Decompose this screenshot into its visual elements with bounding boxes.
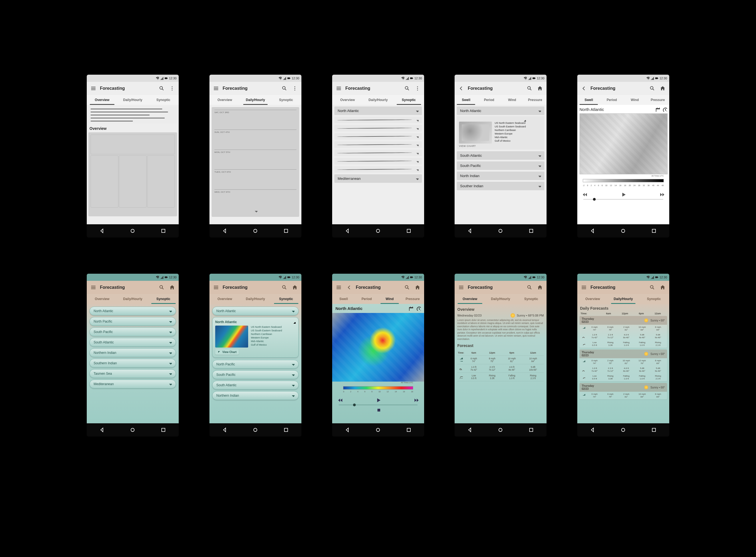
tab-daily[interactable]: Daily/Hourly bbox=[363, 95, 394, 105]
nav-recent-icon[interactable] bbox=[529, 428, 534, 432]
region-pill[interactable]: Mediteranean bbox=[89, 380, 176, 388]
nav-back-icon[interactable] bbox=[100, 428, 105, 432]
search-icon[interactable] bbox=[526, 85, 533, 92]
nav-recent-icon[interactable] bbox=[651, 428, 656, 432]
tab-wind[interactable]: Wind bbox=[623, 95, 646, 105]
day-row[interactable]: SAT, OCT 3RD bbox=[214, 110, 296, 129]
region-pill[interactable]: North Atlantic bbox=[89, 306, 176, 316]
search-icon[interactable] bbox=[648, 284, 656, 291]
region-header[interactable]: South Atlantic bbox=[457, 151, 544, 160]
tab-wind[interactable]: Wind bbox=[501, 95, 524, 105]
nav-home-icon[interactable] bbox=[498, 228, 503, 233]
home-icon[interactable] bbox=[536, 284, 544, 291]
region-pill[interactable]: Southern Indian bbox=[89, 359, 176, 368]
region-pill[interactable]: Tasmen Sea bbox=[89, 369, 176, 378]
expand-icon[interactable] bbox=[214, 209, 296, 214]
home-icon[interactable] bbox=[168, 284, 176, 291]
subregion-row[interactable] bbox=[335, 133, 422, 140]
day-card-header[interactable]: Thursday02/23Sunny • 68° bbox=[580, 383, 667, 392]
day-row[interactable]: MON, OCT 5TH bbox=[214, 150, 296, 169]
menu-icon[interactable] bbox=[89, 284, 97, 291]
calendar-icon[interactable] bbox=[656, 107, 660, 112]
region-header[interactable]: Mediterranean bbox=[335, 174, 422, 183]
more-icon[interactable] bbox=[168, 85, 176, 92]
tab-pressure[interactable]: Pressure bbox=[646, 95, 669, 105]
fast-forward-icon[interactable] bbox=[414, 398, 418, 403]
subregion-row[interactable] bbox=[335, 117, 422, 123]
nav-home-icon[interactable] bbox=[376, 228, 380, 233]
day-row[interactable]: TUES, OCT 6TH bbox=[214, 169, 296, 189]
menu-icon[interactable] bbox=[580, 284, 588, 291]
nav-recent-icon[interactable] bbox=[161, 428, 166, 432]
nav-recent-icon[interactable] bbox=[406, 228, 411, 233]
day-list[interactable]: SAT, OCT 3RD SUN, OCT 4TH MON, OCT 5TH T… bbox=[212, 107, 299, 217]
nav-back-icon[interactable] bbox=[590, 428, 595, 432]
tab-overview[interactable]: Overview bbox=[87, 95, 117, 105]
menu-icon[interactable] bbox=[89, 85, 97, 92]
chevron-up-icon[interactable] bbox=[292, 320, 296, 324]
nav-recent-icon[interactable] bbox=[651, 228, 656, 233]
play-icon[interactable] bbox=[621, 192, 626, 197]
tab-swell[interactable]: Swell bbox=[577, 95, 600, 105]
subregion-link[interactable]: Western Europe bbox=[251, 336, 282, 339]
subregion-link[interactable]: Northern Carribean bbox=[251, 333, 282, 335]
nav-home-icon[interactable] bbox=[621, 228, 626, 233]
nav-home-icon[interactable] bbox=[498, 428, 503, 432]
subregion-link[interactable]: US South Eastern Seaboard bbox=[251, 329, 282, 332]
tab-daily[interactable]: Daily/Hourly bbox=[240, 95, 271, 105]
tab-swell[interactable]: Swell bbox=[332, 294, 355, 304]
region-pill[interactable]: South Pacific bbox=[212, 370, 299, 379]
nav-home-icon[interactable] bbox=[376, 428, 380, 432]
nav-recent-icon[interactable] bbox=[284, 428, 289, 432]
region-pill[interactable]: Northern Indian bbox=[212, 391, 299, 400]
nav-recent-icon[interactable] bbox=[406, 428, 411, 432]
nav-back-icon[interactable] bbox=[590, 228, 595, 233]
search-icon[interactable] bbox=[158, 85, 166, 92]
clock-icon[interactable] bbox=[416, 306, 421, 311]
nav-recent-icon[interactable] bbox=[529, 228, 534, 233]
tab-overview[interactable]: Overview bbox=[209, 95, 240, 105]
region-header[interactable]: North Atlantic bbox=[335, 107, 422, 115]
subregion-row[interactable] bbox=[335, 158, 422, 165]
nav-back-icon[interactable] bbox=[467, 228, 472, 233]
tab-overview[interactable]: Overview bbox=[87, 294, 117, 304]
home-icon[interactable] bbox=[536, 85, 544, 92]
nav-recent-icon[interactable] bbox=[284, 228, 289, 233]
tab-synoptic[interactable]: Synoptic bbox=[271, 95, 301, 105]
tab-daily[interactable]: Daily/Hourly bbox=[608, 294, 639, 304]
region-pill[interactable]: North Pacific bbox=[212, 360, 299, 369]
search-icon[interactable] bbox=[281, 85, 288, 92]
tab-period[interactable]: Period bbox=[478, 95, 501, 105]
region-header[interactable]: Souther Indian bbox=[457, 182, 544, 190]
tab-overview[interactable]: Overview bbox=[332, 95, 363, 105]
tab-swell[interactable]: Swell bbox=[455, 95, 478, 105]
tab-synoptic[interactable]: Synoptic bbox=[639, 294, 669, 304]
tab-daily[interactable]: Daily/Hourly bbox=[240, 294, 271, 304]
tab-overview[interactable]: Overview bbox=[209, 294, 240, 304]
tab-period[interactable]: Period bbox=[355, 294, 378, 304]
search-icon[interactable] bbox=[403, 284, 411, 291]
search-icon[interactable] bbox=[526, 284, 533, 291]
subregion-row[interactable] bbox=[335, 150, 422, 156]
nav-back-icon[interactable] bbox=[100, 228, 105, 233]
region-pill[interactable]: South Atlantic bbox=[212, 381, 299, 389]
subregion-link[interactable]: US North Eastern Seaboard bbox=[251, 326, 282, 328]
tab-daily[interactable]: Daily/Hourly bbox=[117, 294, 148, 304]
tab-wind[interactable]: Wind bbox=[378, 294, 401, 304]
home-icon[interactable] bbox=[659, 284, 667, 291]
subregion-row[interactable] bbox=[335, 141, 422, 148]
player-track[interactable] bbox=[583, 199, 663, 200]
wind-heatmap[interactable] bbox=[332, 313, 424, 382]
subregion-link[interactable]: Mid-Atlantic bbox=[495, 136, 526, 139]
menu-icon[interactable] bbox=[212, 85, 220, 92]
tab-daily[interactable]: Daily/Hourly bbox=[117, 95, 148, 105]
back-icon[interactable] bbox=[457, 85, 465, 92]
clock-icon[interactable] bbox=[663, 107, 667, 112]
region-pill[interactable]: South Atlantic bbox=[89, 338, 176, 347]
region-pill[interactable]: North Atlantic bbox=[212, 306, 299, 316]
subregion-row[interactable] bbox=[335, 166, 422, 173]
synoptic-map[interactable] bbox=[580, 113, 668, 174]
region-header[interactable]: South Pacific bbox=[457, 162, 544, 170]
nav-back-icon[interactable] bbox=[222, 228, 227, 233]
region-header[interactable]: North Indian bbox=[457, 172, 544, 180]
